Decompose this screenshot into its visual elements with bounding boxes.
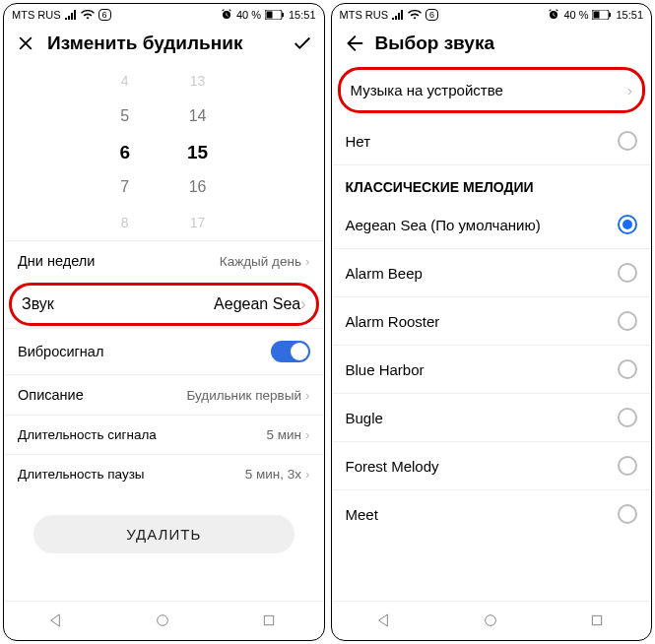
row-none[interactable]: Нет — [332, 117, 652, 165]
svg-rect-6 — [594, 12, 600, 19]
row-label: Звук — [22, 295, 54, 313]
notif-badge: 6 — [426, 9, 438, 21]
alarm-icon — [221, 9, 232, 21]
signal-icon — [392, 10, 404, 20]
row-days[interactable]: Дни недели Каждый день› — [4, 240, 324, 281]
carrier-label: MTS RUS — [340, 9, 389, 21]
option-forest-melody[interactable]: Forest Melody — [332, 442, 652, 490]
settings-list: Дни недели Каждый день› Звук Aegean Sea›… — [4, 240, 324, 493]
svg-rect-2 — [282, 13, 284, 17]
battery-icon — [592, 10, 612, 20]
header: Изменить будильник — [4, 26, 324, 63]
battery-percent: 40 % — [563, 9, 588, 21]
option-label: Alarm Beep — [346, 265, 423, 282]
option-label: Alarm Rooster — [346, 313, 440, 330]
close-icon[interactable] — [14, 32, 37, 55]
row-device-music[interactable]: Музыка на устройстве › — [338, 67, 646, 113]
wifi-icon — [408, 10, 422, 20]
clock-label: 15:51 — [289, 9, 316, 21]
row-label: Описание — [18, 387, 84, 403]
radio-selected[interactable] — [618, 215, 637, 234]
hour-column[interactable]: 4 5 6 7 8 — [119, 63, 130, 240]
option-meet[interactable]: Meet — [332, 490, 652, 538]
nav-home-icon[interactable] — [483, 612, 500, 630]
section-header: КЛАССИЧЕСКИЕ МЕЛОДИИ — [332, 165, 652, 201]
radio-unselected[interactable] — [618, 263, 637, 283]
row-value: 5 мин, 3x — [245, 467, 301, 482]
row-label: Вибросигнал — [18, 344, 103, 359]
radio-unselected[interactable] — [618, 408, 637, 427]
delete-button[interactable]: УДАЛИТЬ — [33, 515, 295, 553]
row-sound[interactable]: Звук Aegean Sea› — [9, 283, 319, 326]
phone-right: MTS RUS 6 40 % 15:51 Выбор звука Муз — [331, 3, 653, 641]
chevron-right-icon: › — [305, 388, 310, 403]
option-label: Blue Harbor — [346, 361, 425, 378]
chevron-right-icon: › — [305, 254, 310, 269]
svg-point-8 — [485, 614, 495, 625]
nav-back-icon[interactable] — [376, 612, 394, 630]
radio-unselected[interactable] — [618, 504, 637, 524]
svg-rect-7 — [609, 13, 611, 17]
option-aegean-sea[interactable]: Aegean Sea (По умолчанию) — [332, 201, 652, 249]
chevron-right-icon: › — [305, 467, 310, 482]
row-label: Длительность сигнала — [18, 427, 157, 442]
clock-label: 15:51 — [616, 9, 643, 21]
row-signal-duration[interactable]: Длительность сигнала 5 мин› — [4, 415, 324, 454]
header: Выбор звука — [332, 26, 652, 63]
option-blue-harbor[interactable]: Blue Harbor — [332, 346, 652, 394]
nav-bar — [332, 601, 652, 640]
radio-unselected[interactable] — [618, 359, 637, 379]
page-title: Изменить будильник — [47, 32, 281, 54]
notif-badge: 6 — [98, 9, 111, 21]
nav-home-icon[interactable] — [155, 612, 172, 630]
row-value: Будильник первый — [186, 388, 301, 403]
battery-icon — [265, 10, 285, 20]
page-title: Выбор звука — [375, 32, 642, 54]
phone-left: MTS RUS 6 40 % 15:51 Изменить будильник — [3, 3, 325, 641]
option-label: Bugle — [346, 410, 383, 426]
confirm-icon[interactable] — [291, 32, 314, 55]
option-label: Meet — [346, 506, 378, 523]
status-bar: MTS RUS 6 40 % 15:51 — [332, 4, 652, 26]
option-label: Forest Melody — [346, 458, 439, 475]
nav-recent-icon[interactable] — [261, 612, 279, 630]
row-vibration[interactable]: Вибросигнал — [4, 328, 324, 374]
option-label: Нет — [346, 133, 371, 150]
time-picker[interactable]: 4 5 6 7 8 13 14 15 16 17 — [4, 63, 324, 240]
chevron-right-icon: › — [627, 82, 632, 98]
chevron-right-icon: › — [300, 295, 305, 312]
radio-unselected[interactable] — [618, 456, 637, 476]
toggle-on[interactable] — [271, 341, 310, 362]
back-icon[interactable] — [342, 32, 365, 55]
row-description[interactable]: Описание Будильник первый› — [4, 374, 324, 415]
row-value: Каждый день — [220, 254, 301, 269]
radio-unselected[interactable] — [618, 311, 637, 331]
carrier-label: MTS RUS — [12, 9, 61, 21]
minute-column[interactable]: 13 14 15 16 17 — [187, 63, 208, 240]
svg-rect-1 — [266, 12, 272, 19]
option-bugle[interactable]: Bugle — [332, 394, 652, 442]
svg-rect-4 — [265, 615, 274, 624]
svg-rect-9 — [592, 615, 601, 624]
option-label: Aegean Sea (По умолчанию) — [346, 217, 541, 233]
chevron-right-icon: › — [305, 427, 310, 442]
battery-percent: 40 % — [236, 9, 261, 21]
nav-recent-icon[interactable] — [589, 612, 607, 630]
nav-bar — [4, 601, 324, 640]
row-label: Длительность паузы — [18, 467, 145, 482]
row-label: Музыка на устройстве — [351, 82, 503, 98]
option-alarm-beep[interactable]: Alarm Beep — [332, 249, 652, 297]
option-alarm-rooster[interactable]: Alarm Rooster — [332, 297, 652, 346]
nav-back-icon[interactable] — [48, 612, 66, 630]
row-label: Дни недели — [18, 253, 95, 269]
wifi-icon — [81, 10, 95, 20]
signal-icon — [65, 10, 77, 20]
row-value: 5 мин — [266, 427, 301, 442]
row-value: Aegean Sea — [214, 295, 300, 312]
row-pause-duration[interactable]: Длительность паузы 5 мин, 3x› — [4, 454, 324, 493]
radio-unselected[interactable] — [618, 131, 637, 151]
alarm-icon — [548, 9, 559, 21]
status-bar: MTS RUS 6 40 % 15:51 — [4, 4, 324, 26]
svg-point-3 — [158, 614, 168, 625]
